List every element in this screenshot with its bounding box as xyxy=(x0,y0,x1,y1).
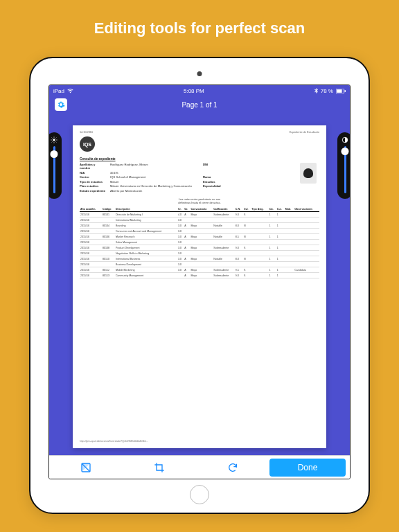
logo-badge: IQS xyxy=(80,136,95,152)
contrast-icon xyxy=(342,136,348,143)
screen: iPad 5:08 PM 78 % Page 1 of 1 xyxy=(48,85,351,479)
tablet-camera xyxy=(197,71,202,76)
table-row: 2015/16Business Development3.0 xyxy=(80,262,319,267)
crop-button[interactable] xyxy=(123,462,196,473)
doc-header: Expediente de Estudiante xyxy=(290,131,319,134)
slider-track[interactable] xyxy=(53,146,55,193)
slider-track[interactable] xyxy=(344,146,346,193)
doc-note: Las notas entre paréntesis no sondefinit… xyxy=(80,197,319,204)
table-row: 2015/1680112Mobile Marketing3.0AMayoSobr… xyxy=(80,267,319,273)
rotate-button[interactable] xyxy=(196,462,269,473)
status-bar: iPad 5:08 PM 78 % xyxy=(49,85,350,96)
table-row: 2015/16International Marketing3.0 xyxy=(80,218,319,223)
settings-button[interactable] xyxy=(55,98,67,111)
filter-button[interactable] xyxy=(49,462,123,473)
doc-section-title: Consulta de expediente xyxy=(80,157,319,161)
svg-rect-2 xyxy=(344,89,346,91)
svg-line-11 xyxy=(56,138,57,139)
carrier-label: iPad xyxy=(53,88,64,94)
scanned-document[interactable]: 14.10.2016 Expediente de Estudiante IQS … xyxy=(73,125,326,448)
table-row: 2015/16Consumer and Account and Manageme… xyxy=(80,229,319,234)
brightness-icon xyxy=(51,136,57,143)
wifi-icon xyxy=(67,89,73,94)
table-row: 2015/1680106Market Research3.0AMayoNotab… xyxy=(80,234,319,240)
svg-point-3 xyxy=(53,139,55,141)
promo-headline: Editing tools for perfect scan xyxy=(0,19,399,37)
table-row: 2015/16Sales Management3.0 xyxy=(80,240,319,245)
bottom-toolbar: Done xyxy=(49,455,350,479)
editor-area: 14.10.2016 Expediente de Estudiante IQS … xyxy=(49,113,350,455)
page-title: Page 1 of 1 xyxy=(181,101,217,109)
brightness-slider[interactable] xyxy=(48,132,62,199)
table-row: 2015/1680113Community ManagementAMayoSob… xyxy=(80,273,319,278)
battery-icon xyxy=(336,89,346,94)
id-photo xyxy=(300,163,317,184)
svg-line-9 xyxy=(56,142,57,143)
tablet-frame: iPad 5:08 PM 78 % Page 1 of 1 xyxy=(29,57,370,514)
table-row: 2015/1680110International Business3.0AMa… xyxy=(80,256,319,262)
table-row: 2015/1680108Product Development3.0AMayoS… xyxy=(80,245,319,251)
grades-table: Año académ.CódigoDescripciónCr.Gr.Convoc… xyxy=(80,207,319,278)
done-button[interactable]: Done xyxy=(269,459,346,477)
slider-knob[interactable] xyxy=(51,150,58,158)
table-row: 2015/16Negotiation Skills in Marketing3.… xyxy=(80,251,319,256)
svg-line-10 xyxy=(52,142,53,143)
clock: 5:08 PM xyxy=(184,88,204,94)
svg-rect-1 xyxy=(337,89,342,93)
bluetooth-icon xyxy=(314,88,318,94)
nav-bar: Page 1 of 1 xyxy=(49,96,350,113)
table-row: 2015/1680104Branding3.0AMayoNotable8.0N1… xyxy=(80,223,319,229)
contrast-slider[interactable] xyxy=(337,132,351,199)
battery-label: 78 % xyxy=(321,88,333,94)
home-button xyxy=(190,485,209,504)
slider-knob[interactable] xyxy=(342,148,349,155)
doc-date: 14.10.2016 xyxy=(80,131,93,134)
doc-footer-url: https://gen-up.url.edu/cosmos/Controlado… xyxy=(80,437,319,443)
svg-line-8 xyxy=(52,138,53,139)
table-row: 2015/1680101Dirección de Marketing I4.0A… xyxy=(80,212,319,218)
